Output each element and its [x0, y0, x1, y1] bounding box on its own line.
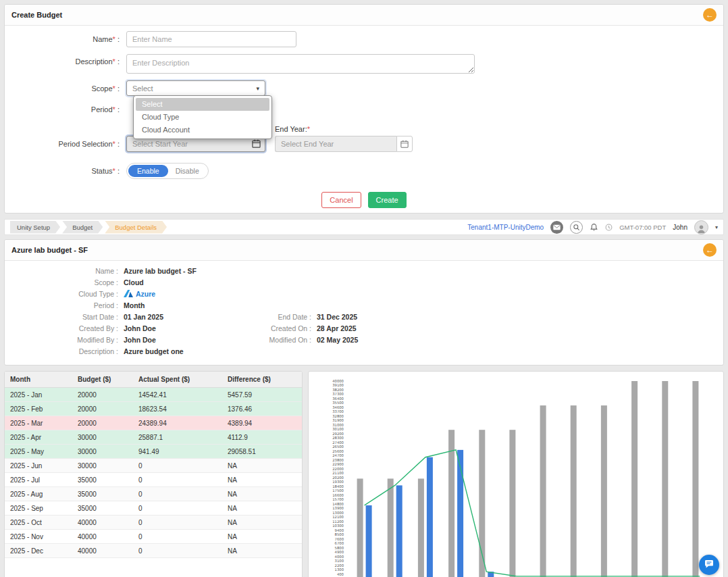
y-tick-label: 11200 — [332, 520, 344, 524]
y-tick-label: 31000 — [332, 423, 344, 427]
detail-row: Start Date :01 Jan 2025End Date :31 Dec … — [5, 312, 723, 321]
y-tick-label: 6700 — [335, 541, 344, 545]
table-row[interactable]: 2025 - Nov400000NA — [5, 530, 302, 544]
scope-select[interactable]: Select ▾ — [126, 80, 265, 96]
table-row[interactable]: 2025 - May30000941.4929058.51 — [5, 445, 302, 459]
detail-label: Description : — [5, 347, 124, 355]
mail-icon[interactable] — [550, 221, 563, 234]
y-tick-label: 13900 — [332, 506, 344, 510]
tenant-link[interactable]: Tenant1-MTP-UnityDemo — [467, 224, 544, 231]
actual-spent-bar — [396, 485, 402, 577]
y-tick-label: 15700 — [332, 497, 344, 501]
y-tick-label: 21100 — [332, 471, 344, 475]
table-cell: 30000 — [72, 430, 133, 445]
y-tick-label: 27400 — [332, 441, 344, 445]
chat-button[interactable] — [699, 555, 719, 575]
y-tick-label: 1300 — [335, 568, 344, 572]
end-year-input[interactable] — [275, 136, 396, 152]
actual-spent-trend-line — [365, 450, 700, 576]
y-tick-label: 3100 — [335, 559, 344, 563]
table-row[interactable]: 2025 - Feb2000018623.541376.46 — [5, 402, 302, 416]
description-input[interactable] — [126, 54, 475, 74]
table-row[interactable]: 2025 - Dec400000NA — [5, 544, 302, 558]
back-button[interactable]: ← — [703, 243, 717, 257]
cancel-button[interactable]: Cancel — [321, 192, 361, 208]
table-row[interactable]: 2025 - Mar2000024389.944389.94 — [5, 416, 302, 430]
table-cell: 2025 - Jul — [5, 473, 72, 487]
scope-option[interactable]: Select — [136, 98, 269, 111]
end-year-group: End Year:* — [275, 125, 413, 152]
detail-value: 01 Jan 2025 — [124, 313, 252, 321]
actual-spent-bar — [366, 505, 372, 577]
table-cell: 20000 — [72, 416, 133, 430]
status-enable-button[interactable]: Enable — [128, 165, 168, 177]
status-disable-button[interactable]: Disable — [168, 165, 207, 177]
y-tick-label: 2200 — [335, 563, 344, 568]
detail-value: 02 May 2025 — [317, 336, 723, 344]
calendar-icon[interactable] — [252, 139, 261, 149]
table-row[interactable]: 2025 - Aug350000NA — [5, 487, 302, 501]
table-cell: 14542.41 — [133, 388, 222, 402]
table-cell: 0 — [133, 530, 222, 544]
budget-chart-panel: 4000039100382003730036400355003460033700… — [308, 371, 724, 577]
avatar[interactable] — [694, 220, 708, 234]
y-tick-label: 35500 — [332, 401, 344, 405]
table-row[interactable]: 2025 - Jan2000014542.415457.59 — [5, 388, 302, 402]
table-cell: 2025 - Apr — [5, 430, 72, 445]
table-cell: 1376.46 — [222, 402, 302, 416]
table-cell: 18623.54 — [133, 402, 222, 416]
table-cell: 2025 - Aug — [5, 487, 72, 501]
breadcrumb-item[interactable]: Budget Details — [105, 221, 167, 234]
column-header: Difference ($) — [222, 372, 302, 388]
bell-icon[interactable] — [590, 223, 598, 232]
scope-option[interactable]: Cloud Type — [136, 111, 269, 124]
budget-bar — [509, 430, 515, 577]
budget-bar — [357, 478, 363, 577]
period-label: Period* : — [5, 105, 126, 114]
y-tick-label: 4900 — [335, 550, 344, 554]
table-cell: 2025 - Jun — [5, 459, 72, 473]
detail-value: Month — [124, 301, 723, 309]
table-row[interactable]: 2025 - Sep350000NA — [5, 501, 302, 516]
y-tick-label: 19300 — [332, 480, 344, 484]
timezone-label: GMT-07:00 PDT — [619, 224, 666, 231]
table-cell: 2025 - Jan — [5, 388, 72, 402]
back-button[interactable]: ← — [703, 8, 717, 22]
y-tick-label: 17500 — [332, 488, 344, 493]
y-tick-label: 22900 — [332, 462, 344, 466]
detail-label: Period : — [5, 301, 124, 309]
detail-value: John Doe — [124, 336, 252, 344]
search-icon[interactable] — [570, 221, 583, 234]
budget-chart: 4000039100382003730036400355003460033700… — [313, 376, 721, 577]
detail-row: Created By :John DoeCreated On :28 Apr 2… — [5, 324, 723, 332]
table-cell: NA — [222, 530, 302, 544]
table-row[interactable]: 2025 - Apr3000025887.14112.9 — [5, 430, 302, 445]
cloud-type-value: Azure — [136, 290, 155, 298]
breadcrumb-item[interactable]: Unity Setup — [10, 221, 60, 234]
breadcrumb-item[interactable]: Budget — [62, 221, 103, 234]
table-cell: NA — [222, 487, 302, 501]
calendar-icon[interactable] — [396, 136, 413, 152]
clock-icon — [605, 224, 613, 231]
chevron-down-icon[interactable]: ▾ — [715, 224, 718, 230]
table-cell: 0 — [133, 516, 222, 530]
table-cell: 0 — [133, 473, 222, 487]
table-row[interactable]: 2025 - Oct400000NA — [5, 516, 302, 530]
y-tick-label: 26500 — [332, 445, 344, 449]
table-row[interactable]: 2025 - Jul350000NA — [5, 473, 302, 487]
create-budget-panel: Create Budget ← Name* : Description* : S… — [4, 4, 724, 214]
table-row[interactable]: 2025 - Jun300000NA — [5, 459, 302, 473]
table-cell: 35000 — [72, 501, 133, 516]
name-input[interactable] — [126, 31, 296, 47]
column-header: Month — [5, 372, 72, 388]
scope-dropdown-list: SelectCloud TypeCloud Account — [133, 95, 272, 139]
detail-rows: Name :Azure lab budget - SFScope :CloudC… — [5, 261, 723, 365]
budget-table-panel: MonthBudget ($)Actual Spent ($)Differenc… — [4, 371, 303, 577]
detail-label: Created On : — [252, 324, 317, 332]
scope-option[interactable]: Cloud Account — [136, 124, 269, 136]
y-tick-label: 29200 — [332, 432, 344, 436]
detail-value: Azure budget one — [124, 347, 723, 355]
create-button[interactable]: Create — [368, 192, 407, 208]
name-row: Name* : — [5, 31, 723, 47]
table-cell: NA — [222, 459, 302, 473]
